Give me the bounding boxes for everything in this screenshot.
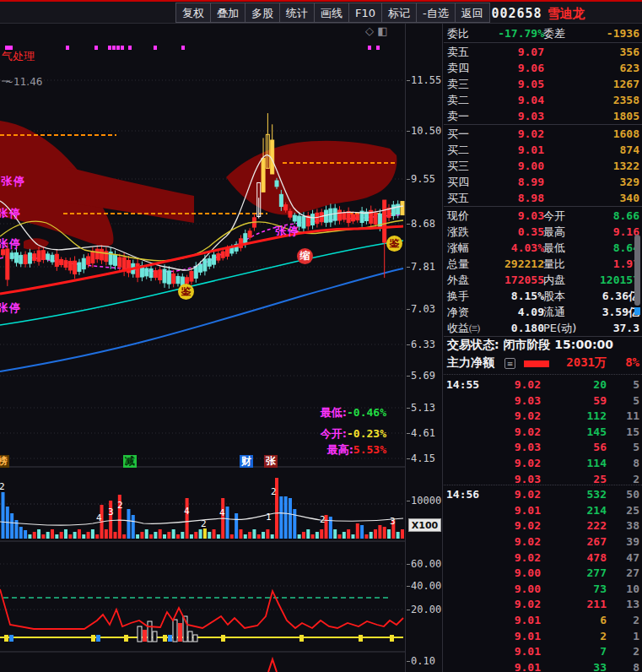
jian-badge[interactable]: 鉴 [178, 284, 194, 300]
tick-row[interactable]: 9.007310 [444, 581, 642, 597]
low-value: -0.46% [347, 406, 386, 419]
event-tag[interactable]: 榜 [0, 455, 9, 468]
detail-list-icon[interactable]: ≡ [504, 358, 515, 369]
stat-value: 0.180 [511, 320, 544, 336]
level-volume: 1608 [613, 126, 639, 142]
level-label: 买二 [447, 142, 469, 158]
tick-row[interactable]: 9.03565 [444, 439, 642, 455]
weibi-row: 委比 -17.79% 委差 -1936 [444, 25, 642, 41]
price-axis-label: 6.33 [411, 339, 435, 350]
tick-volume: 114 [587, 455, 607, 471]
level-label: 卖三 [447, 76, 469, 92]
event-tag[interactable]: 张 [264, 455, 278, 468]
tick-time: 14:56 [446, 486, 479, 502]
stat-label: 收益㈢ [447, 320, 480, 336]
tick-count: 38 [626, 518, 639, 534]
scrollbar-thumb[interactable] [634, 235, 640, 306]
price-axis-label: 4.15 [411, 453, 435, 464]
level-label: 卖四 [447, 60, 469, 76]
jian-badge[interactable]: 鉴 [386, 236, 402, 252]
tick-price: 9.02 [515, 377, 541, 393]
chart-area[interactable]: 24324242123 气处理 ~11.46 ◇ ◧ 最低:-0.46% 今开:… [0, 24, 406, 672]
tick-price: 9.00 [515, 565, 541, 581]
shrink-badge[interactable]: 缩 [297, 248, 313, 264]
tick-count: 15 [626, 424, 639, 440]
tick-row[interactable]: 9.0027727 [444, 565, 642, 581]
level-label: 买五 [447, 190, 469, 206]
tick-row[interactable]: 9.0247847 [444, 550, 642, 566]
stock-header: 002658雪迪龙 [443, 3, 634, 24]
buy-row-2[interactable]: 买二9.01874 [444, 142, 642, 158]
sell-row-2[interactable]: 卖二9.042358 [444, 92, 642, 108]
sell-row-4[interactable]: 卖四9.06623 [444, 60, 642, 76]
sell-row-3[interactable]: 卖三9.051267 [444, 76, 642, 92]
toolbar-button-2[interactable]: 叠加 [211, 3, 245, 23]
event-tag[interactable]: 减 [123, 455, 137, 468]
tick-row[interactable]: 9.0211211 [444, 408, 642, 424]
tick-price: 9.01 [515, 628, 541, 644]
tick-row[interactable]: 9.0121425 [444, 502, 642, 518]
sell-row-5[interactable]: 卖五9.07356 [444, 44, 642, 60]
toolbar-button-6[interactable]: F10 [349, 3, 382, 23]
tick-row[interactable]: 9.0121 [444, 628, 642, 644]
axis-gutter: X100 11.5510.509.558.687.817.036.335.695… [407, 24, 443, 672]
stat-label: 最高 [543, 224, 565, 240]
toolbar-button-4[interactable]: 统计 [280, 3, 315, 23]
tick-row[interactable]: 9.021148 [444, 455, 642, 471]
tick-row[interactable]: 9.0162 [444, 612, 642, 628]
level-label: 卖二 [447, 92, 469, 108]
level-label: 买三 [447, 158, 469, 174]
event-tag[interactable]: 财 [240, 455, 253, 468]
stat-label: 换手 [447, 288, 469, 304]
stock-code: 002658 [491, 6, 542, 21]
toolbar-button-3[interactable]: 多股 [245, 3, 280, 23]
toolbar-button-1[interactable]: 复权 [176, 3, 211, 23]
stat-row: 收益㈢0.180PE(动)37.3 [444, 320, 642, 336]
level-price: 9.07 [518, 44, 544, 60]
tick-volume: 6 [600, 612, 607, 628]
tick-count: 27 [626, 565, 639, 581]
buy-row-4[interactable]: 买四8.99329 [444, 174, 642, 190]
stat-row: 外盘172055内盘120157 [444, 272, 642, 288]
diamond-icon[interactable]: ◇ [365, 24, 374, 37]
tick-row[interactable]: 14:569.0253250 [444, 486, 642, 502]
sell-row-1[interactable]: 卖一9.031805 [444, 108, 642, 124]
toolbar-button-5[interactable]: 画线 [315, 3, 349, 23]
buy-row-5[interactable]: 买五8.98340 [444, 190, 642, 206]
stat-label: 股本 [543, 288, 565, 304]
tick-price: 9.02 [515, 518, 541, 534]
level-price: 9.04 [518, 92, 544, 108]
weibi-value: -17.79% [498, 25, 544, 41]
tick-volume: 73 [593, 581, 607, 597]
panel-toggle-icon[interactable]: ◧ [377, 24, 387, 37]
tick-row[interactable]: 9.0222238 [444, 518, 642, 534]
tick-price: 9.02 [515, 550, 541, 566]
toolbar-button-7[interactable]: 标记 [382, 3, 417, 23]
buy-row-3[interactable]: 买三9.001322 [444, 158, 642, 174]
main-flow-row[interactable]: 主力净额 ≡ 2031万 8% [444, 355, 642, 372]
tick-price: 9.02 [515, 534, 541, 550]
stat-value: 8.15% [511, 288, 544, 304]
concept-label: 气处理 [2, 49, 35, 64]
limit-up-label: 张停 [0, 236, 22, 252]
tick-row[interactable]: 9.0172 [444, 643, 642, 659]
volume-bar-number: 2 [0, 481, 5, 492]
level-volume: 329 [620, 174, 639, 190]
indicator-axis-label: 20.00 [411, 604, 441, 615]
volume-bar-number: 2 [320, 514, 326, 525]
tick-row[interactable]: 9.0214515 [444, 424, 642, 440]
tick-row[interactable]: 9.01338 [444, 659, 642, 672]
tick-row[interactable]: 9.03595 [444, 393, 642, 409]
tick-count: 50 [626, 486, 639, 502]
weicha-label: 委差 [543, 25, 565, 41]
tick-row[interactable]: 9.0221113 [444, 596, 642, 612]
scrollbar-marker[interactable] [634, 307, 640, 315]
tick-row[interactable]: 14:559.02205 [444, 377, 642, 393]
buy-row-1[interactable]: 买一9.021608 [444, 126, 642, 142]
pct-low-row: 最低:-0.46% [260, 405, 386, 420]
stat-value: 37.3 [613, 320, 639, 336]
toolbar: 复权叠加多股统计画线F10标记-自选返回 002658雪迪龙 [0, 2, 642, 24]
price-axis-label: 8.68 [411, 218, 435, 230]
tick-row[interactable]: 9.0226739 [444, 534, 642, 550]
tick-count: 5 [633, 439, 639, 455]
